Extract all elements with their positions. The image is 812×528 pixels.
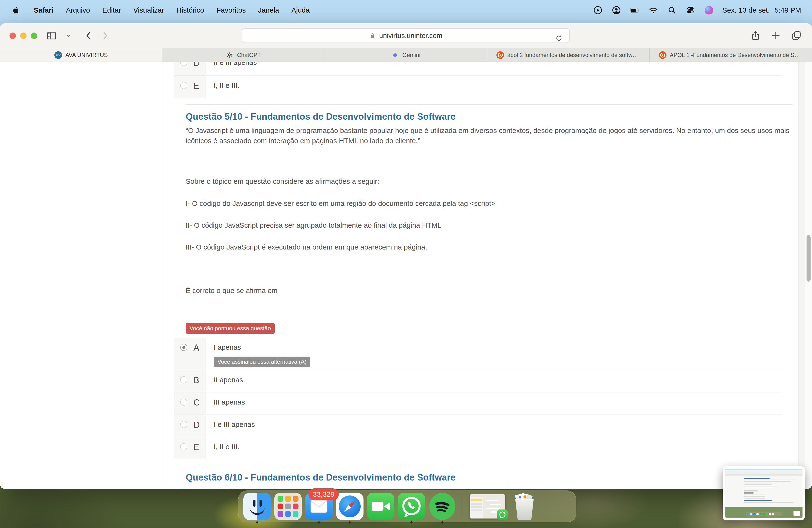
uninter-favicon-icon [659,51,666,59]
question5-options: A I apenas Você assinalou essa alternati… [174,338,781,459]
back-button[interactable] [82,29,95,42]
forward-button[interactable] [99,29,111,42]
page-edge [798,62,806,489]
thumb-line [744,481,791,482]
thumb-line [744,498,765,499]
launchpad-icon[interactable] [274,493,302,520]
option-radio[interactable] [180,62,187,66]
option-letter: D [193,62,200,67]
tab-label: Gemini [402,52,420,58]
zoom-window-button[interactable] [31,32,37,39]
clock-time: 5:49 PM [774,6,801,14]
sidebar-chevron-down-icon[interactable] [62,29,74,42]
question6-title: Questão 6/10 - Fundamentos de Desenvolvi… [186,472,455,483]
address-bar[interactable]: univirtus.uninter.com [242,28,570,43]
tab-overview-icon[interactable] [790,29,802,42]
desktop: Safari Arquivo Editar Visualizar Históri… [0,0,812,528]
close-window-button[interactable] [10,32,16,39]
safari-window: univirtus.uninter.com UV [0,23,812,489]
menu-janela[interactable]: Janela [258,6,279,14]
browser-content: D II e III apenas E I, II e III. [0,62,812,489]
uninter-favicon-icon [496,51,504,59]
option-radio[interactable] [180,421,187,428]
running-indicator [410,522,412,524]
question5-intro: “O Javascript é uma linguagem de program… [186,126,793,146]
marked-alternative-badge: Você assinalou essa alternativa (A) [214,356,310,367]
option-row-b[interactable]: B II apenas [174,370,781,392]
menu-arquivo[interactable]: Arquivo [66,6,90,14]
facetime-icon[interactable] [367,493,394,520]
sidebar-toggle-icon[interactable] [45,29,58,42]
menu-ajuda[interactable]: Ajuda [291,6,309,14]
tab-ava-univirtus[interactable]: UV AVA UNIVIRTUS [0,48,162,62]
tab-apol2[interactable]: apol 2 fundamentos de desenvolvimento de… [487,48,650,62]
running-indicator [441,522,444,524]
share-icon[interactable] [749,29,762,42]
option-radio[interactable] [180,376,187,383]
option-letter: C [193,399,200,407]
option-row-e[interactable]: E I, II e III. [174,75,781,98]
wifi-icon[interactable] [648,5,658,15]
safari-icon[interactable] [336,493,363,520]
option-row-c[interactable]: C III apenas [174,392,781,414]
play-circle-icon[interactable] [593,5,603,15]
running-indicator [256,522,258,524]
option-radio[interactable] [180,399,187,406]
minimized-whatsapp-window[interactable] [470,494,505,518]
question5-ask: É correto o que se afirma em [186,285,793,296]
question5-statement-3: III- O código JavaScript é executado na … [186,242,793,252]
option-radio[interactable] [180,82,187,89]
thumb-mini-thumbnail [794,511,800,516]
whatsapp-icon[interactable] [398,493,425,520]
thumb-line [744,478,770,479]
tab-apol1[interactable]: APOL 1 -Fundamentos de Desenvolvimento d… [650,48,812,62]
menu-historico[interactable]: Histórico [176,6,204,14]
tab-label: APOL 1 -Fundamentos de Desenvolvimento d… [670,52,803,58]
trash-full-icon[interactable] [511,493,538,520]
minimize-window-button[interactable] [20,32,27,39]
option-letter: D [193,421,200,429]
option-row-a[interactable]: A I apenas Você assinalou essa alternati… [174,338,781,370]
menu-safari[interactable]: Safari [34,6,54,14]
apple-menu-icon[interactable] [11,5,21,15]
option-row-d[interactable]: D I e III apenas [174,414,781,437]
question5-consider: Sobre o tópico em questão considere as a… [186,176,793,186]
mail-icon[interactable]: 33,329 [305,493,333,520]
tab-chatgpt[interactable]: ChatGPT [162,48,325,62]
thumb-line [744,502,794,503]
url-text: univirtus.uninter.com [379,32,442,40]
tab-label: apol 2 fundamentos de desenvolvimento de… [507,52,640,58]
tab-label: AVA UNIVIRTUS [65,52,108,58]
scrollbar-track[interactable] [806,62,812,489]
battery-icon[interactable] [630,5,640,15]
option-row-e[interactable]: E I, II e III. [174,437,781,459]
tab-gemini[interactable]: Gemini [325,48,487,62]
menu-bar-status: Sex. 13 de set. 5:49 PM [593,5,801,15]
thumb-line [744,490,758,492]
option-radio-selected[interactable] [180,344,187,351]
option-row-d[interactable]: D II e III apenas [174,62,781,75]
menu-bar-left: Safari Arquivo Editar Visualizar Históri… [11,5,309,15]
spotify-icon[interactable] [429,493,456,520]
menu-editar[interactable]: Editar [102,6,121,14]
option-text: I, II e III. [206,437,781,459]
new-tab-icon[interactable] [770,29,782,42]
menu-visualizar[interactable]: Visualizar [133,6,164,14]
option-letter: E [193,82,199,90]
finder-icon[interactable] [243,493,271,520]
menu-bar-clock[interactable]: Sex. 13 de set. 5:49 PM [722,6,801,14]
safari-sidebar-panel [0,62,162,489]
control-center-icon[interactable] [685,5,696,15]
user-circle-icon[interactable] [611,5,622,15]
siri-icon[interactable] [704,5,714,15]
chatgpt-favicon-icon [226,51,234,59]
question5-statement-1: I- O código do Javascript deve ser escri… [186,198,793,208]
screenshot-thumbnail[interactable] [723,466,805,520]
option-radio[interactable] [180,443,187,450]
reload-icon[interactable] [553,32,565,44]
thumb-tabbar [725,474,802,475]
menu-favoritos[interactable]: Favoritos [217,6,246,14]
dock: 33,329 [238,490,576,522]
scrollbar-thumb[interactable] [807,235,811,282]
search-icon[interactable] [667,5,677,15]
